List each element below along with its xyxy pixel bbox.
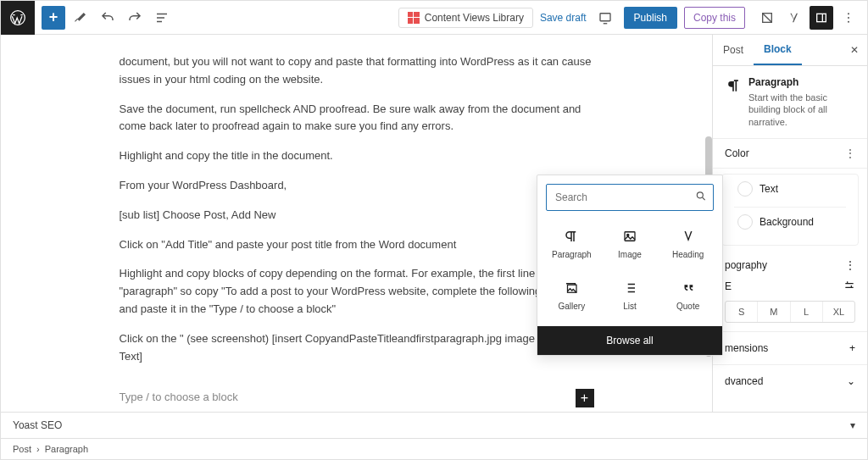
- block-option-image[interactable]: Image: [603, 219, 658, 268]
- color-panel-header[interactable]: Color ⋮: [713, 139, 867, 169]
- dimensions-label: mensions: [725, 342, 768, 354]
- svg-point-6: [848, 20, 849, 22]
- paragraph-block[interactable]: Highlight and copy blocks of copy depend…: [120, 265, 594, 318]
- dimensions-section[interactable]: mensions +: [713, 332, 867, 365]
- topbar: + Content Views Library Save draft Publi…: [1, 1, 867, 35]
- block-option-label: Gallery: [558, 302, 585, 311]
- font-size-l[interactable]: L: [790, 302, 822, 322]
- sidebar-toggle-icon[interactable]: [810, 6, 833, 30]
- tab-block[interactable]: Block: [754, 35, 802, 65]
- paragraph-block[interactable]: From your WordPress Dashboard,: [120, 177, 594, 195]
- paragraph-icon: [563, 228, 580, 245]
- color-panel-options-icon[interactable]: ⋮: [845, 147, 855, 159]
- font-size-m[interactable]: M: [757, 302, 789, 322]
- empty-paragraph-placeholder[interactable]: Type / to choose a block: [120, 389, 576, 407]
- block-breadcrumb: Post › Paragraph: [1, 439, 867, 459]
- block-option-heading[interactable]: Heading: [660, 219, 715, 268]
- background-color-label: Background: [760, 216, 814, 228]
- yoast-seo-label: Yoast SEO: [13, 419, 62, 431]
- background-color-option[interactable]: Background: [734, 207, 846, 236]
- paragraph-block[interactable]: document, but you will not want to copy …: [120, 53, 594, 89]
- block-option-label: Image: [618, 250, 642, 259]
- yoast-icon[interactable]: [782, 6, 806, 30]
- block-option-gallery[interactable]: Gallery: [544, 271, 599, 319]
- typography-options-icon[interactable]: ⋮: [845, 259, 855, 271]
- block-option-label: Quote: [676, 302, 699, 311]
- options-menu-icon[interactable]: [837, 6, 860, 30]
- color-panel-label: Color: [725, 147, 749, 159]
- paragraph-block[interactable]: Click on "Add Title" and paste your post…: [120, 236, 594, 254]
- content-views-library-button[interactable]: Content Views Library: [398, 8, 533, 28]
- block-option-label: List: [623, 302, 637, 311]
- chevron-down-icon: ▾: [850, 419, 855, 431]
- heading-icon: [680, 228, 697, 245]
- quote-icon: [680, 280, 697, 297]
- typography-label: pography: [725, 259, 767, 271]
- background-color-swatch: [737, 214, 753, 230]
- paragraph-block[interactable]: Click on the " (see screenshot) [insert …: [120, 330, 594, 366]
- browse-all-button[interactable]: Browse all: [537, 326, 722, 355]
- block-option-quote[interactable]: Quote: [660, 271, 715, 319]
- settings-icon[interactable]: [755, 6, 779, 30]
- search-icon: [695, 191, 707, 205]
- paragraph-block[interactable]: Highlight and copy the title in the docu…: [120, 147, 594, 165]
- paragraph-block-icon: [725, 76, 742, 95]
- edit-tools-icon[interactable]: [69, 6, 92, 30]
- content-views-label: Content Views Library: [425, 12, 524, 24]
- breadcrumb-paragraph[interactable]: Paragraph: [45, 444, 88, 454]
- advanced-label: dvanced: [725, 375, 763, 387]
- svg-rect-3: [817, 14, 826, 21]
- add-block-button[interactable]: +: [42, 6, 65, 30]
- redo-icon[interactable]: [123, 6, 147, 30]
- paragraph-block[interactable]: [sub list] Choose Post, Add New: [120, 207, 594, 224]
- block-option-label: Heading: [672, 250, 704, 259]
- svg-rect-1: [600, 13, 610, 20]
- settings-sidebar: Post Block ✕ Paragraph Start with the ba…: [712, 35, 867, 412]
- svg-point-4: [848, 13, 849, 14]
- plus-icon: +: [849, 342, 855, 354]
- block-option-label: Paragraph: [552, 250, 592, 259]
- block-option-paragraph[interactable]: Paragraph: [544, 219, 599, 268]
- font-size-s[interactable]: S: [726, 302, 757, 322]
- inline-add-block-button[interactable]: +: [576, 389, 594, 407]
- wordpress-logo[interactable]: [1, 1, 35, 35]
- text-color-option[interactable]: Text: [734, 175, 846, 203]
- publish-button[interactable]: Publish: [624, 7, 677, 29]
- breadcrumb-post[interactable]: Post: [13, 444, 31, 454]
- size-custom-icon[interactable]: [843, 280, 855, 294]
- yoast-seo-panel[interactable]: Yoast SEO ▾: [1, 413, 867, 439]
- gallery-icon: [563, 280, 580, 297]
- text-color-swatch: [737, 181, 753, 197]
- text-color-label: Text: [760, 183, 778, 195]
- close-sidebar-icon[interactable]: ✕: [842, 39, 867, 61]
- block-type-title: Paragraph: [748, 76, 855, 88]
- undo-icon[interactable]: [96, 6, 120, 30]
- document-outline-icon[interactable]: [150, 6, 174, 30]
- svg-point-5: [848, 17, 849, 19]
- preview-icon[interactable]: [593, 6, 617, 30]
- advanced-section[interactable]: dvanced ⌄: [713, 365, 867, 397]
- save-draft-button[interactable]: Save draft: [540, 12, 587, 24]
- content-views-grid-icon: [408, 12, 420, 24]
- list-icon: [621, 280, 638, 297]
- image-icon: [621, 228, 638, 245]
- block-search-input[interactable]: [546, 184, 714, 211]
- font-size-xl[interactable]: XL: [822, 302, 854, 322]
- paragraph-block[interactable]: Save the document, run spellcheck AND pr…: [120, 101, 594, 136]
- block-inserter-popover: Paragraph Image Heading Gallery List Quo…: [537, 175, 723, 356]
- size-label-partial: E: [725, 280, 732, 292]
- block-option-list[interactable]: List: [603, 271, 658, 319]
- chevron-down-icon: ⌄: [847, 375, 855, 387]
- svg-rect-8: [625, 232, 635, 241]
- tab-post[interactable]: Post: [713, 36, 754, 64]
- block-type-description: Start with the basic building block of a…: [748, 91, 855, 128]
- svg-point-7: [697, 192, 703, 198]
- breadcrumb-separator: ›: [36, 444, 40, 454]
- copy-this-button[interactable]: Copy this: [684, 7, 745, 29]
